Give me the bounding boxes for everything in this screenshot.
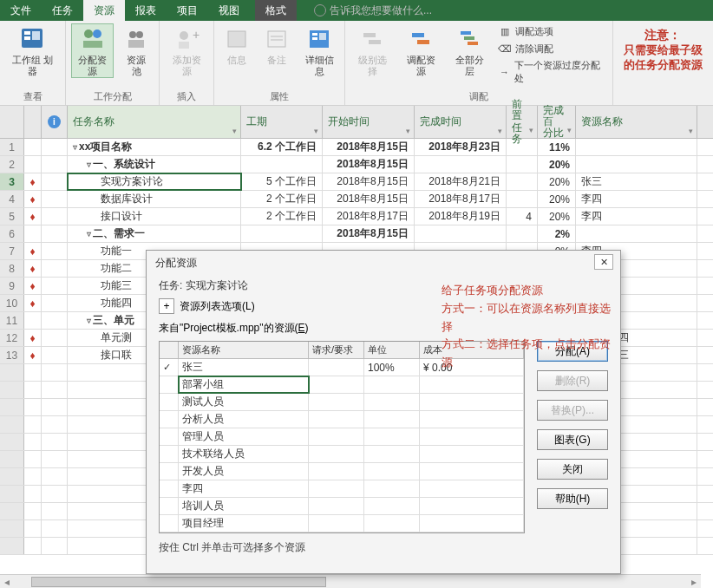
- end-cell[interactable]: 2018年8月23日: [415, 139, 507, 155]
- task-row[interactable]: 1▿xx项目名称6.2 个工作日2018年8月15日2018年8月23日11%: [0, 139, 713, 156]
- duration-header[interactable]: 工期▾: [241, 106, 323, 138]
- task-row[interactable]: 5♦接口设计2 个工作日2018年8月17日2018年8月19日420%李四: [0, 208, 713, 225]
- menu-tab-视图[interactable]: 视图: [208, 0, 250, 21]
- end-header[interactable]: 完成时间▾: [415, 106, 507, 138]
- unit-cell[interactable]: [364, 428, 420, 445]
- res-cell[interactable]: 李四: [576, 191, 697, 207]
- task-row[interactable]: 2▿一、系统设计2018年8月15日20%: [0, 156, 713, 173]
- cost-cell[interactable]: [420, 515, 524, 532]
- resource-name-cell[interactable]: 项目经理: [179, 515, 309, 532]
- resource-header[interactable]: 资源名称▾: [576, 106, 697, 138]
- duration-cell[interactable]: [241, 225, 323, 242]
- menu-tab-项目[interactable]: 项目: [167, 0, 208, 21]
- task-name-cell[interactable]: ▿xx项目名称: [68, 139, 241, 155]
- request-cell[interactable]: [309, 498, 364, 514]
- row-number[interactable]: 3: [0, 173, 24, 190]
- task-row[interactable]: 6▿二、需求一2018年8月15日2%: [0, 225, 713, 243]
- duration-cell[interactable]: 2 个工作日: [241, 191, 323, 207]
- unit-header[interactable]: 单位: [364, 342, 420, 358]
- cost-cell[interactable]: [420, 376, 524, 393]
- cost-cell[interactable]: [420, 463, 524, 480]
- menu-tab-文件[interactable]: 文件: [0, 0, 42, 21]
- resource-name-cell[interactable]: 测试人员: [179, 394, 309, 410]
- request-cell[interactable]: [309, 394, 364, 410]
- resource-pool-button[interactable]: 资源池: [119, 23, 154, 78]
- chart-button[interactable]: 图表(G): [537, 429, 608, 450]
- start-cell[interactable]: 2018年8月17日: [323, 208, 415, 225]
- check-header[interactable]: [160, 342, 179, 358]
- task-name-cell[interactable]: 实现方案讨论: [68, 173, 241, 190]
- request-cell[interactable]: [309, 463, 364, 480]
- level-all-button[interactable]: 全部分层: [448, 23, 491, 78]
- unit-cell[interactable]: [364, 411, 420, 428]
- resource-row[interactable]: 管理人员: [160, 428, 524, 446]
- row-number[interactable]: 9: [0, 278, 24, 294]
- row-number[interactable]: 4: [0, 191, 24, 207]
- expand-icon[interactable]: ▿: [87, 316, 91, 325]
- unit-cell[interactable]: [364, 480, 420, 497]
- task-name-cell[interactable]: 数据库设计: [68, 191, 241, 207]
- pct-cell[interactable]: 20%: [538, 208, 576, 225]
- pct-cell[interactable]: 20%: [538, 156, 576, 173]
- expand-options-button[interactable]: +: [159, 298, 174, 314]
- request-cell[interactable]: [309, 428, 364, 445]
- cost-cell[interactable]: [420, 480, 524, 497]
- unit-cell[interactable]: [364, 446, 420, 462]
- resource-row[interactable]: 培训人员: [160, 498, 524, 515]
- row-number[interactable]: 8: [0, 260, 24, 277]
- check-cell[interactable]: [160, 480, 179, 497]
- row-number[interactable]: 10: [0, 295, 24, 311]
- resource-name-cell[interactable]: 部署小组: [179, 376, 309, 393]
- check-cell[interactable]: [160, 463, 179, 480]
- unit-cell[interactable]: [364, 394, 420, 410]
- horizontal-scrollbar[interactable]: ◂ ▸: [0, 574, 701, 588]
- start-cell[interactable]: 2018年8月15日: [323, 191, 415, 207]
- pred-cell[interactable]: [507, 191, 538, 207]
- row-number[interactable]: 5: [0, 208, 24, 225]
- resource-row[interactable]: 项目经理: [160, 515, 524, 532]
- assign-resources-button[interactable]: 分配资源: [71, 23, 114, 78]
- end-cell[interactable]: 2018年8月17日: [415, 191, 507, 207]
- expand-icon[interactable]: ▿: [87, 160, 91, 169]
- dialog-titlebar[interactable]: 分配资源 ✕: [147, 251, 620, 275]
- rownum-header[interactable]: [0, 106, 24, 138]
- resource-name-cell[interactable]: 张三: [179, 359, 309, 376]
- pct-cell[interactable]: 2%: [538, 225, 576, 242]
- start-cell[interactable]: 2018年8月15日: [323, 225, 415, 242]
- check-cell[interactable]: [160, 515, 179, 532]
- end-cell[interactable]: [415, 225, 507, 242]
- request-cell[interactable]: [309, 446, 364, 462]
- scroll-thumb[interactable]: [31, 577, 326, 587]
- unit-cell[interactable]: 100%: [364, 359, 420, 376]
- check-cell[interactable]: [160, 446, 179, 462]
- dropdown-icon[interactable]: ▾: [232, 127, 237, 135]
- scroll-left-icon[interactable]: ◂: [0, 576, 14, 588]
- check-cell[interactable]: [160, 394, 179, 410]
- predecessors-header[interactable]: 前置 任务▾: [507, 106, 538, 138]
- name-header[interactable]: 资源名称: [179, 342, 309, 358]
- unit-cell[interactable]: [364, 376, 420, 393]
- pred-cell[interactable]: [507, 225, 538, 242]
- tell-me-search[interactable]: 告诉我您想要做什么...: [314, 0, 432, 21]
- check-cell[interactable]: ✓: [160, 359, 179, 376]
- resource-name-cell[interactable]: 管理人员: [179, 428, 309, 445]
- request-cell[interactable]: [309, 359, 364, 376]
- pred-cell[interactable]: 4: [507, 208, 538, 225]
- close-button[interactable]: 关闭: [537, 459, 608, 480]
- help-button[interactable]: 帮助(H): [537, 488, 608, 509]
- expand-icon[interactable]: ▿: [87, 229, 91, 238]
- level-resource-button[interactable]: 调配资源: [399, 23, 442, 78]
- duration-cell[interactable]: 6.2 个工作日: [241, 139, 323, 155]
- info-header[interactable]: i: [42, 106, 68, 138]
- task-name-header[interactable]: 任务名称▾: [68, 106, 241, 138]
- row-number[interactable]: 1: [0, 139, 24, 155]
- pct-cell[interactable]: 20%: [538, 173, 576, 190]
- row-number[interactable]: 6: [0, 225, 24, 242]
- check-cell[interactable]: [160, 428, 179, 445]
- cost-cell[interactable]: [420, 446, 524, 462]
- clear-leveling-button[interactable]: ⌫清除调配: [496, 41, 607, 56]
- next-overallocation-button[interactable]: →下一个资源过度分配处: [496, 58, 607, 86]
- unit-cell[interactable]: [364, 515, 420, 532]
- team-planner-button[interactable]: 工作组 划器: [5, 23, 60, 78]
- menu-tab-任务[interactable]: 任务: [42, 0, 83, 21]
